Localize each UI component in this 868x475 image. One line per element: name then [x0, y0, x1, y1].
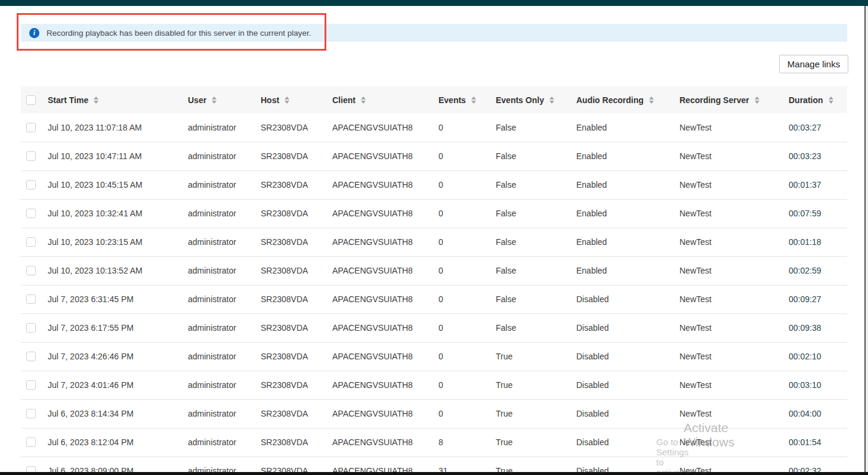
cell-events-only: True — [496, 371, 576, 399]
column-label: Recording Server — [679, 95, 749, 105]
row-checkbox[interactable] — [26, 294, 36, 304]
cell-recording-server: NewTest — [679, 199, 789, 228]
row-checkbox[interactable] — [26, 180, 36, 190]
table-row[interactable]: Jul 10, 2023 10:23:15 AMadministratorSR2… — [21, 228, 847, 256]
row-checkbox[interactable] — [26, 209, 36, 218]
cell-recording-server: NewTest — [679, 371, 789, 399]
cell-client: APACENGVSUIATH8 — [332, 428, 438, 457]
sort-icon[interactable] — [755, 97, 759, 104]
cell-events: 0 — [438, 285, 496, 313]
table-row[interactable]: Jul 6, 2023 8:14:34 PMadministratorSR230… — [21, 399, 847, 428]
cell-events: 0 — [438, 256, 496, 285]
cell-client: APACENGVSUIATH8 — [332, 371, 438, 399]
row-checkbox[interactable] — [26, 380, 36, 390]
top-navigation-bar — [0, 0, 868, 6]
row-checkbox[interactable] — [26, 151, 36, 161]
cell-duration: 00:09:38 — [789, 313, 847, 342]
cell-user: administrator — [188, 256, 261, 285]
table-row[interactable]: Jul 7, 2023 4:26:46 PMadministratorSR230… — [21, 342, 847, 371]
table-row[interactable]: Jul 7, 2023 6:31:45 PMadministratorSR230… — [21, 285, 847, 313]
row-checkbox[interactable] — [26, 409, 36, 418]
column-header-client[interactable]: Client — [332, 86, 438, 113]
table-row[interactable]: Jul 7, 2023 4:01:46 PMadministratorSR230… — [21, 371, 847, 399]
cell-recording-server: NewTest — [679, 342, 789, 371]
cell-user: administrator — [188, 170, 261, 199]
sort-icon[interactable] — [649, 97, 654, 104]
cell-host: SR2308VDA — [261, 113, 332, 142]
column-header-audio-recording[interactable]: Audio Recording — [576, 86, 679, 113]
cell-start-time: Jul 10, 2023 10:13:52 AM — [48, 256, 188, 285]
row-checkbox[interactable] — [26, 323, 36, 333]
cell-audio-recording: Disabled — [576, 371, 679, 399]
cell-start-time: Jul 10, 2023 10:23:15 AM — [48, 228, 188, 256]
cell-events: 0 — [438, 313, 496, 342]
cell-audio-recording: Enabled — [576, 170, 679, 199]
row-checkbox[interactable] — [26, 266, 36, 275]
column-label: User — [188, 95, 206, 105]
table-row[interactable]: Jul 6, 2023 8:12:04 PMadministratorSR230… — [21, 428, 847, 457]
row-checkbox[interactable] — [26, 123, 36, 132]
cell-start-time: Jul 10, 2023 10:45:15 AM — [48, 170, 188, 199]
recordings-table: Start TimeUserHostClientEventsEvents Onl… — [21, 86, 847, 475]
table-row[interactable]: Jul 10, 2023 11:07:18 AMadministratorSR2… — [21, 113, 847, 142]
sort-icon[interactable] — [94, 97, 98, 104]
cell-user: administrator — [188, 428, 261, 457]
cell-duration: 00:03:23 — [789, 142, 847, 170]
cell-start-time: Jul 6, 2023 8:14:34 PM — [48, 399, 188, 428]
column-header-duration[interactable]: Duration — [789, 86, 847, 113]
table-row[interactable]: Jul 10, 2023 10:45:15 AMadministratorSR2… — [21, 170, 847, 199]
cell-user: administrator — [188, 399, 261, 428]
cell-events-only: False — [496, 313, 576, 342]
table-row[interactable]: Jul 7, 2023 6:17:55 PMadministratorSR230… — [21, 313, 847, 342]
cell-recording-server: NewTest — [679, 228, 789, 256]
row-checkbox[interactable] — [26, 352, 36, 361]
cell-audio-recording: Enabled — [576, 228, 679, 256]
table-row[interactable]: Jul 10, 2023 10:13:52 AMadministratorSR2… — [21, 256, 847, 285]
column-label: Events Only — [496, 95, 544, 105]
column-header-recording-server[interactable]: Recording Server — [679, 86, 789, 113]
cell-host: SR2308VDA — [261, 228, 332, 256]
info-banner: i Recording playback has been disabled f… — [21, 24, 847, 42]
sort-icon[interactable] — [471, 97, 476, 104]
table-row[interactable]: Jul 10, 2023 10:47:11 AMadministratorSR2… — [21, 142, 847, 170]
column-header-host[interactable]: Host — [261, 86, 332, 113]
sort-icon[interactable] — [285, 97, 289, 104]
select-all-checkbox[interactable] — [26, 95, 36, 105]
column-header-user[interactable]: User — [188, 86, 261, 113]
cell-client: APACENGVSUIATH8 — [332, 170, 438, 199]
cell-events-only: True — [496, 342, 576, 371]
row-checkbox[interactable] — [26, 437, 36, 447]
column-header-events-only[interactable]: Events Only — [496, 86, 576, 113]
cell-events-only: False — [496, 285, 576, 313]
column-label: Host — [261, 95, 279, 105]
column-header-start-time[interactable]: Start Time — [48, 86, 188, 113]
cell-user: administrator — [188, 228, 261, 256]
cell-user: administrator — [188, 371, 261, 399]
sort-icon[interactable] — [549, 97, 554, 104]
session-recording-player-page: i Recording playback has been disabled f… — [0, 0, 868, 475]
cell-client: APACENGVSUIATH8 — [332, 199, 438, 228]
cell-user: administrator — [188, 113, 261, 142]
sort-icon[interactable] — [829, 97, 833, 104]
column-label: Client — [332, 95, 356, 105]
cell-host: SR2308VDA — [261, 399, 332, 428]
table-row[interactable]: Jul 10, 2023 10:32:41 AMadministratorSR2… — [21, 199, 847, 228]
window-bottom-edge — [0, 472, 868, 475]
cell-client: APACENGVSUIATH8 — [332, 399, 438, 428]
manage-links-button[interactable]: Manage links — [779, 55, 848, 73]
cell-duration: 00:01:37 — [789, 170, 847, 199]
column-label: Events — [438, 95, 466, 105]
cell-audio-recording: Enabled — [576, 142, 679, 170]
cell-duration: 00:02:10 — [789, 342, 847, 371]
sort-icon[interactable] — [212, 97, 217, 104]
window-right-edge — [864, 6, 868, 475]
cell-client: APACENGVSUIATH8 — [332, 256, 438, 285]
column-header-events[interactable]: Events — [438, 86, 496, 113]
cell-start-time: Jul 10, 2023 11:07:18 AM — [48, 113, 188, 142]
row-checkbox[interactable] — [26, 237, 36, 247]
cell-client: APACENGVSUIATH8 — [332, 228, 438, 256]
sort-icon[interactable] — [361, 97, 366, 104]
cell-user: administrator — [188, 313, 261, 342]
column-label: Duration — [789, 95, 823, 105]
cell-recording-server: NewTest — [679, 399, 789, 428]
